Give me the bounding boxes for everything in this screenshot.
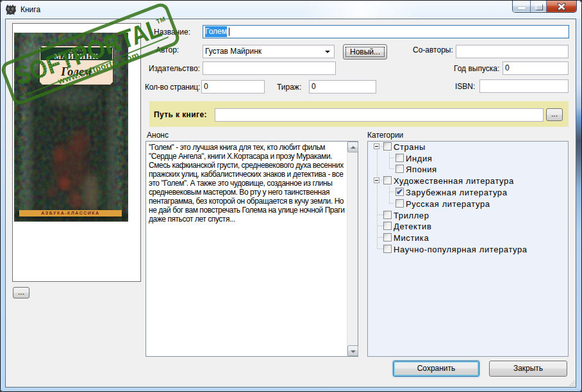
- svg-text:TM: TM: [155, 15, 166, 25]
